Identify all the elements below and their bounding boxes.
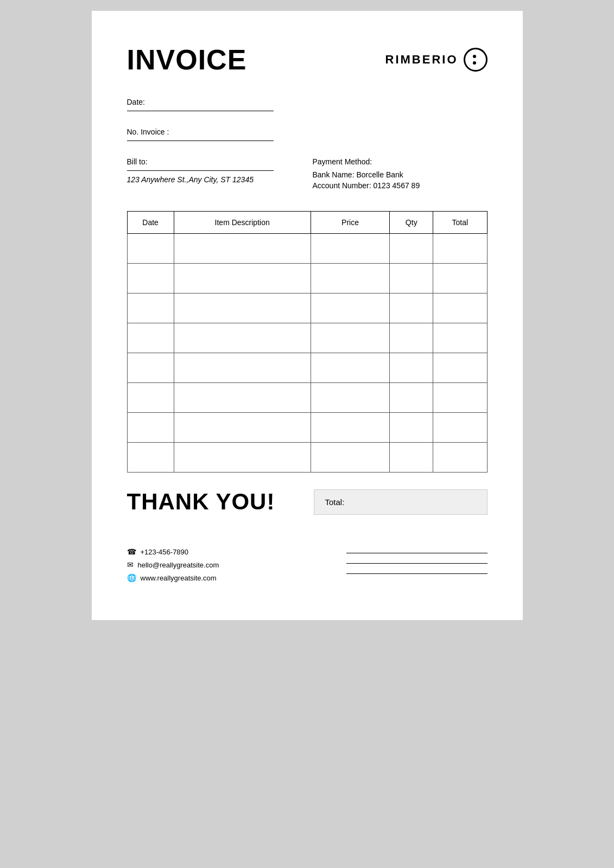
table-cell-2-0 [127,293,174,323]
table-cell-3-0 [127,323,174,353]
table-cell-5-2 [311,383,390,413]
email-icon: ✉ [127,560,134,569]
bottom-section: THANK YOU! Total: [127,489,488,515]
phone-number: +123-456-7890 [141,548,189,556]
col-header-total: Total [433,212,487,234]
table-cell-6-3 [390,413,433,443]
col-header-qty: Qty [390,212,433,234]
brand-name: RIMBERIO [385,53,458,67]
brand: RIMBERIO [385,48,488,72]
brand-logo [464,48,488,72]
contact-info: ☎ +123-456-7890 ✉ hello@reallygreatsite.… [127,547,219,582]
invoice-number-label: No. Invoice : [127,127,488,136]
col-header-date: Date [127,212,174,234]
table-cell-1-2 [311,264,390,293]
table-cell-2-2 [311,293,390,323]
table-cell-7-0 [127,443,174,473]
col-header-description: Item Description [174,212,311,234]
sig-line-1 [346,553,488,553]
table-cell-1-1 [174,264,311,293]
table-row [127,264,487,293]
table-cell-3-2 [311,323,390,353]
table-row [127,443,487,473]
table-cell-1-4 [433,264,487,293]
thank-you-text: THANK YOU! [127,489,275,515]
table-cell-0-4 [433,234,487,264]
table-cell-4-2 [311,353,390,383]
payment-bank-name: Bank Name: Borcelle Bank [313,170,488,179]
sig-line-2 [346,563,488,564]
table-cell-6-1 [174,413,311,443]
bill-line [127,170,274,171]
table-cell-5-4 [433,383,487,413]
table-row [127,353,487,383]
table-cell-3-3 [390,323,433,353]
table-cell-4-3 [390,353,433,383]
contact-website: 🌐 www.reallygreatsite.com [127,573,219,582]
table-cell-0-3 [390,234,433,264]
bill-label: Bill to: [127,157,302,166]
table-cell-6-2 [311,413,390,443]
table-cell-7-1 [174,443,311,473]
table-row [127,413,487,443]
date-label: Date: [127,98,488,106]
table-cell-2-3 [390,293,433,323]
table-row [127,323,487,353]
table-cell-4-4 [433,353,487,383]
table-row [127,293,487,323]
globe-icon: 🌐 [127,573,136,582]
table-cell-7-4 [433,443,487,473]
header: INVOICE RIMBERIO [127,43,488,76]
table-cell-2-4 [433,293,487,323]
table-cell-3-1 [174,323,311,353]
table-cell-4-1 [174,353,311,383]
table-cell-6-0 [127,413,174,443]
table-cell-0-2 [311,234,390,264]
total-label: Total: [325,497,345,507]
table-cell-2-1 [174,293,311,323]
table-cell-0-1 [174,234,311,264]
website-url: www.reallygreatsite.com [141,574,217,582]
table-cell-4-0 [127,353,174,383]
table-row [127,383,487,413]
invoice-title: INVOICE [127,43,247,76]
table-cell-6-4 [433,413,487,443]
date-section: Date: [127,98,488,111]
table-row [127,234,487,264]
footer: ☎ +123-456-7890 ✉ hello@reallygreatsite.… [127,542,488,582]
contact-phone: ☎ +123-456-7890 [127,547,219,556]
contact-email: ✉ hello@reallygreatsite.com [127,560,219,569]
table-cell-0-0 [127,234,174,264]
col-header-price: Price [311,212,390,234]
bill-section: Bill to: 123 Anywhere St.,Any City, ST 1… [127,157,302,192]
bill-payment-section: Bill to: 123 Anywhere St.,Any City, ST 1… [127,157,488,192]
date-line [127,111,274,111]
phone-icon: ☎ [127,547,136,556]
table-header-row: Date Item Description Price Qty Total [127,212,487,234]
sig-line-3 [346,573,488,574]
invoice-number-section: No. Invoice : [127,127,488,141]
table-cell-1-3 [390,264,433,293]
table-cell-7-2 [311,443,390,473]
table-cell-5-3 [390,383,433,413]
invoice-table: Date Item Description Price Qty Total [127,211,488,473]
signature-lines [346,547,488,574]
table-cell-5-0 [127,383,174,413]
bill-address: 123 Anywhere St.,Any City, ST 12345 [127,175,302,184]
invoice-number-line [127,141,274,141]
total-box: Total: [314,489,488,515]
payment-section: Payment Method: Bank Name: Borcelle Bank… [302,157,488,192]
table-cell-7-3 [390,443,433,473]
email-address: hello@reallygreatsite.com [138,561,219,569]
invoice-page: INVOICE RIMBERIO Date: No. Invoice : Bil… [92,11,523,620]
table-cell-1-0 [127,264,174,293]
table-cell-5-1 [174,383,311,413]
payment-account-number: Account Number: 0123 4567 89 [313,181,488,190]
table-cell-3-4 [433,323,487,353]
payment-label: Payment Method: [313,157,488,166]
